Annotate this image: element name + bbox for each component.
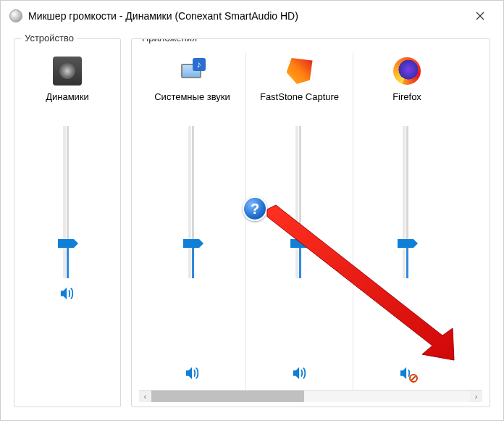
device-group: Устройство Динамики [14, 38, 121, 407]
close-button[interactable] [466, 5, 495, 27]
app-mute-button[interactable] [290, 364, 309, 383]
app-label[interactable]: FastStone Capture [260, 91, 339, 116]
app-mute-button[interactable] [183, 364, 202, 383]
mute-badge-icon [409, 374, 418, 383]
device-mute-button[interactable] [58, 284, 77, 303]
app-icon [9, 9, 22, 22]
close-icon [476, 12, 484, 20]
app-mute-button[interactable] [398, 364, 416, 383]
app-volume-slider[interactable] [290, 126, 309, 278]
horizontal-scrollbar[interactable]: ‹ › [139, 390, 482, 402]
scroll-thumb[interactable] [151, 391, 304, 402]
app-volume-slider[interactable] [183, 126, 202, 278]
applications-group-label: Приложения [139, 38, 200, 43]
speaker-icon [59, 286, 75, 301]
applications-group: Приложения ♪ Системные звуки [131, 38, 490, 407]
device-group-label: Устройство [22, 33, 77, 43]
speaker-icon [292, 366, 308, 380]
scroll-track[interactable] [151, 391, 470, 402]
speaker-icon [185, 366, 201, 380]
app-volume-slider[interactable] [398, 126, 416, 278]
scroll-right-arrow[interactable]: › [470, 391, 482, 403]
firefox-icon[interactable] [391, 55, 423, 87]
volume-mixer-window: Микшер громкости - Динамики (Conexant Sm… [0, 0, 504, 421]
device-volume-slider[interactable] [58, 126, 77, 278]
app-channel-faststone: FastStone Capture [246, 52, 353, 390]
app-channel-system-sounds: ♪ Системные звуки [139, 52, 246, 390]
applications-row: ♪ Системные звуки [139, 52, 482, 390]
content-area: Устройство Динамики [1, 30, 503, 420]
app-channel-firefox: Firefox [353, 52, 461, 390]
app-label[interactable]: Firefox [392, 91, 421, 116]
device-label[interactable]: Динамики [46, 91, 89, 116]
app-label[interactable]: Системные звуки [154, 91, 230, 116]
system-sounds-icon[interactable]: ♪ [177, 55, 209, 87]
faststone-icon[interactable] [284, 55, 316, 87]
window-title: Микшер громкости - Динамики (Conexant Sm… [28, 10, 466, 22]
device-channel: Динамики [22, 52, 113, 310]
titlebar: Микшер громкости - Динамики (Conexant Sm… [1, 1, 503, 30]
scroll-left-arrow[interactable]: ‹ [139, 391, 151, 403]
speaker-device-icon[interactable] [51, 55, 83, 87]
